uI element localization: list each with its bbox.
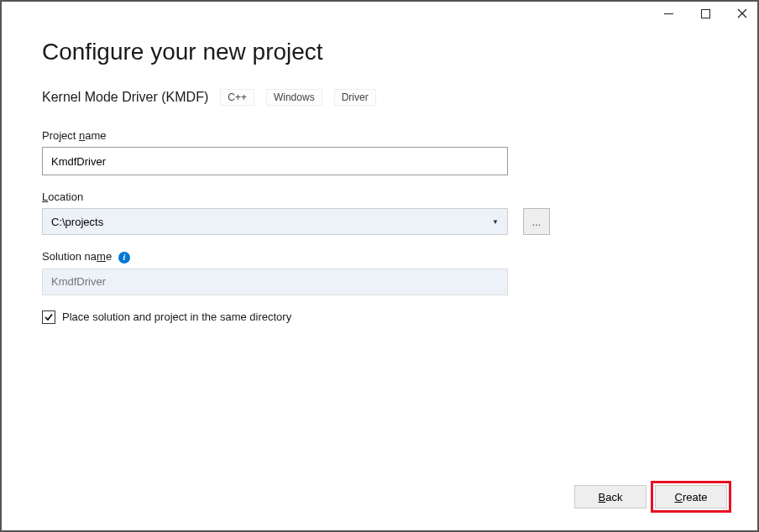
maximize-button[interactable] bbox=[697, 5, 714, 22]
chevron-down-icon: ▼ bbox=[492, 218, 499, 226]
minimize-button[interactable] bbox=[660, 5, 677, 22]
solution-name-input bbox=[42, 269, 508, 295]
svg-rect-1 bbox=[701, 9, 709, 18]
template-tag: Windows bbox=[266, 89, 322, 106]
close-button[interactable] bbox=[734, 5, 751, 22]
solution-name-label: Solution name i bbox=[42, 250, 717, 263]
project-name-input[interactable] bbox=[42, 147, 508, 175]
create-button[interactable]: Create bbox=[655, 485, 727, 509]
template-tag: C++ bbox=[220, 89, 254, 106]
location-label: Location bbox=[42, 190, 717, 203]
template-tag: Driver bbox=[334, 89, 376, 106]
project-name-label: Project name bbox=[42, 129, 717, 142]
page-title: Configure your new project bbox=[42, 39, 717, 65]
same-directory-checkbox[interactable] bbox=[42, 310, 55, 324]
template-info: Kernel Mode Driver (KMDF) C++ Windows Dr… bbox=[42, 89, 717, 106]
template-name: Kernel Mode Driver (KMDF) bbox=[42, 90, 208, 105]
info-icon[interactable]: i bbox=[118, 252, 130, 263]
location-value: C:\projects bbox=[51, 216, 103, 228]
location-combo[interactable]: C:\projects ▼ bbox=[42, 208, 508, 235]
same-directory-label: Place solution and project in the same d… bbox=[62, 310, 291, 323]
browse-button[interactable]: ... bbox=[523, 208, 550, 235]
back-button[interactable]: Back bbox=[574, 485, 646, 509]
